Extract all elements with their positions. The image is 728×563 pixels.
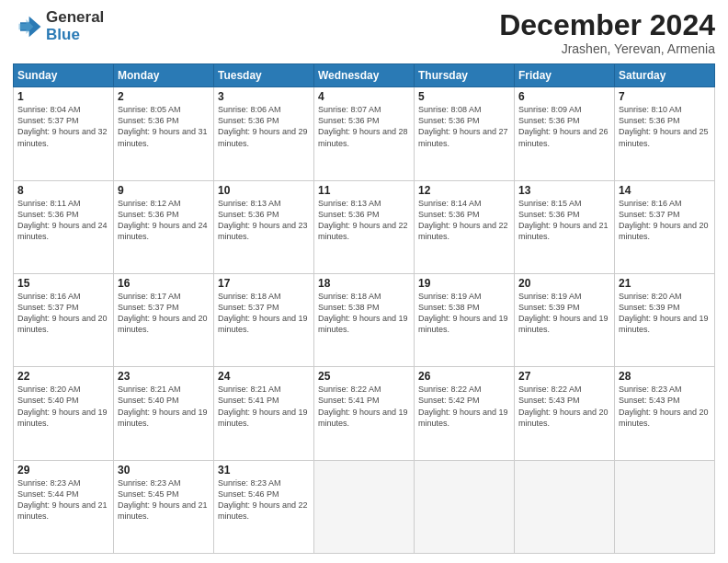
- calendar-cell: 18Sunrise: 8:18 AMSunset: 5:38 PMDayligh…: [314, 273, 415, 366]
- calendar-cell: 15Sunrise: 8:16 AMSunset: 5:37 PMDayligh…: [14, 273, 114, 366]
- day-number: 20: [518, 277, 610, 290]
- calendar-cell: 20Sunrise: 8:19 AMSunset: 5:39 PMDayligh…: [515, 273, 615, 366]
- day-info: Sunrise: 8:18 AMSunset: 5:38 PMDaylight:…: [318, 291, 410, 336]
- logo-general: General: [46, 9, 104, 27]
- col-header-tuesday: Tuesday: [214, 64, 314, 87]
- col-header-thursday: Thursday: [415, 64, 515, 87]
- calendar-cell: [415, 460, 515, 553]
- week-row-5: 29Sunrise: 8:23 AMSunset: 5:44 PMDayligh…: [14, 460, 715, 553]
- location-subtitle: Jrashen, Yerevan, Armenia: [499, 41, 715, 56]
- calendar-cell: 25Sunrise: 8:22 AMSunset: 5:41 PMDayligh…: [314, 367, 415, 460]
- logo-icon: [13, 12, 42, 41]
- day-info: Sunrise: 8:10 AMSunset: 5:36 PMDaylight:…: [619, 104, 711, 149]
- day-info: Sunrise: 8:22 AMSunset: 5:41 PMDaylight:…: [318, 384, 410, 429]
- day-info: Sunrise: 8:16 AMSunset: 5:37 PMDaylight:…: [17, 291, 109, 336]
- col-header-friday: Friday: [515, 64, 615, 87]
- day-info: Sunrise: 8:19 AMSunset: 5:39 PMDaylight:…: [518, 291, 610, 336]
- week-row-3: 15Sunrise: 8:16 AMSunset: 5:37 PMDayligh…: [14, 273, 715, 366]
- day-info: Sunrise: 8:11 AMSunset: 5:36 PMDaylight:…: [17, 198, 109, 243]
- col-header-sunday: Sunday: [14, 64, 114, 87]
- calendar-cell: 26Sunrise: 8:22 AMSunset: 5:42 PMDayligh…: [415, 367, 515, 460]
- calendar-cell: [515, 460, 615, 553]
- day-number: 28: [619, 370, 711, 383]
- day-info: Sunrise: 8:21 AMSunset: 5:40 PMDaylight:…: [118, 384, 210, 429]
- col-header-saturday: Saturday: [615, 64, 715, 87]
- day-info: Sunrise: 8:20 AMSunset: 5:39 PMDaylight:…: [619, 291, 711, 336]
- day-number: 25: [318, 370, 410, 383]
- day-number: 9: [118, 184, 210, 197]
- calendar-table: SundayMondayTuesdayWednesdayThursdayFrid…: [13, 63, 715, 554]
- calendar-cell: 4Sunrise: 8:07 AMSunset: 5:36 PMDaylight…: [314, 87, 415, 180]
- day-info: Sunrise: 8:18 AMSunset: 5:37 PMDaylight:…: [218, 291, 310, 336]
- day-number: 27: [518, 370, 610, 383]
- week-row-2: 8Sunrise: 8:11 AMSunset: 5:36 PMDaylight…: [14, 180, 715, 273]
- day-number: 11: [318, 184, 410, 197]
- day-info: Sunrise: 8:05 AMSunset: 5:36 PMDaylight:…: [118, 104, 210, 149]
- calendar-cell: 23Sunrise: 8:21 AMSunset: 5:40 PMDayligh…: [114, 367, 214, 460]
- calendar-cell: 30Sunrise: 8:23 AMSunset: 5:45 PMDayligh…: [114, 460, 214, 553]
- day-info: Sunrise: 8:19 AMSunset: 5:38 PMDaylight:…: [418, 291, 510, 336]
- calendar-cell: 19Sunrise: 8:19 AMSunset: 5:38 PMDayligh…: [415, 273, 515, 366]
- calendar-cell: 21Sunrise: 8:20 AMSunset: 5:39 PMDayligh…: [615, 273, 715, 366]
- day-number: 29: [17, 464, 109, 477]
- logo-blue: Blue: [46, 27, 104, 44]
- day-number: 3: [218, 90, 310, 103]
- day-info: Sunrise: 8:04 AMSunset: 5:37 PMDaylight:…: [17, 104, 109, 149]
- day-number: 31: [218, 464, 310, 477]
- calendar-cell: 17Sunrise: 8:18 AMSunset: 5:37 PMDayligh…: [214, 273, 314, 366]
- calendar-cell: 1Sunrise: 8:04 AMSunset: 5:37 PMDaylight…: [14, 87, 114, 180]
- calendar-cell: 12Sunrise: 8:14 AMSunset: 5:36 PMDayligh…: [415, 180, 515, 273]
- day-info: Sunrise: 8:23 AMSunset: 5:44 PMDaylight:…: [17, 477, 109, 523]
- day-number: 6: [518, 90, 610, 103]
- week-row-4: 22Sunrise: 8:20 AMSunset: 5:40 PMDayligh…: [14, 367, 715, 460]
- day-info: Sunrise: 8:13 AMSunset: 5:36 PMDaylight:…: [218, 198, 310, 243]
- day-number: 21: [619, 277, 711, 290]
- day-info: Sunrise: 8:12 AMSunset: 5:36 PMDaylight:…: [118, 198, 210, 243]
- day-number: 16: [118, 277, 210, 290]
- day-number: 8: [17, 184, 109, 197]
- logo: General Blue: [13, 9, 104, 43]
- day-number: 19: [418, 277, 510, 290]
- day-number: 15: [17, 277, 109, 290]
- day-number: 24: [218, 370, 310, 383]
- day-info: Sunrise: 8:08 AMSunset: 5:36 PMDaylight:…: [418, 104, 510, 149]
- col-header-wednesday: Wednesday: [314, 64, 415, 87]
- day-info: Sunrise: 8:17 AMSunset: 5:37 PMDaylight:…: [118, 291, 210, 336]
- day-info: Sunrise: 8:09 AMSunset: 5:36 PMDaylight:…: [518, 104, 610, 149]
- day-number: 23: [118, 370, 210, 383]
- day-info: Sunrise: 8:13 AMSunset: 5:36 PMDaylight:…: [318, 198, 410, 243]
- day-info: Sunrise: 8:14 AMSunset: 5:36 PMDaylight:…: [418, 198, 510, 243]
- calendar-cell: 13Sunrise: 8:15 AMSunset: 5:36 PMDayligh…: [515, 180, 615, 273]
- day-number: 12: [418, 184, 510, 197]
- calendar-cell: 29Sunrise: 8:23 AMSunset: 5:44 PMDayligh…: [14, 460, 114, 553]
- calendar-cell: 2Sunrise: 8:05 AMSunset: 5:36 PMDaylight…: [114, 87, 214, 180]
- calendar-cell: 31Sunrise: 8:23 AMSunset: 5:46 PMDayligh…: [214, 460, 314, 553]
- calendar-cell: 3Sunrise: 8:06 AMSunset: 5:36 PMDaylight…: [214, 87, 314, 180]
- day-info: Sunrise: 8:23 AMSunset: 5:46 PMDaylight:…: [218, 477, 310, 523]
- day-info: Sunrise: 8:21 AMSunset: 5:41 PMDaylight:…: [218, 384, 310, 429]
- calendar-cell: 6Sunrise: 8:09 AMSunset: 5:36 PMDaylight…: [515, 87, 615, 180]
- day-info: Sunrise: 8:22 AMSunset: 5:43 PMDaylight:…: [518, 384, 610, 429]
- col-header-monday: Monday: [114, 64, 214, 87]
- calendar-header-row: SundayMondayTuesdayWednesdayThursdayFrid…: [14, 64, 715, 87]
- day-number: 1: [17, 90, 109, 103]
- calendar-cell: 16Sunrise: 8:17 AMSunset: 5:37 PMDayligh…: [114, 273, 214, 366]
- week-row-1: 1Sunrise: 8:04 AMSunset: 5:37 PMDaylight…: [14, 87, 715, 180]
- day-number: 22: [17, 370, 109, 383]
- calendar-cell: 28Sunrise: 8:23 AMSunset: 5:43 PMDayligh…: [615, 367, 715, 460]
- day-info: Sunrise: 8:06 AMSunset: 5:36 PMDaylight:…: [218, 104, 310, 149]
- day-number: 2: [118, 90, 210, 103]
- day-number: 4: [318, 90, 410, 103]
- month-title: December 2024: [499, 9, 715, 41]
- day-info: Sunrise: 8:20 AMSunset: 5:40 PMDaylight:…: [17, 384, 109, 429]
- calendar-cell: [615, 460, 715, 553]
- day-number: 30: [118, 464, 210, 477]
- day-number: 14: [619, 184, 711, 197]
- calendar-cell: 27Sunrise: 8:22 AMSunset: 5:43 PMDayligh…: [515, 367, 615, 460]
- day-info: Sunrise: 8:07 AMSunset: 5:36 PMDaylight:…: [318, 104, 410, 149]
- calendar-cell: 22Sunrise: 8:20 AMSunset: 5:40 PMDayligh…: [14, 367, 114, 460]
- day-number: 10: [218, 184, 310, 197]
- day-number: 5: [418, 90, 510, 103]
- day-number: 26: [418, 370, 510, 383]
- day-info: Sunrise: 8:23 AMSunset: 5:43 PMDaylight:…: [619, 384, 711, 429]
